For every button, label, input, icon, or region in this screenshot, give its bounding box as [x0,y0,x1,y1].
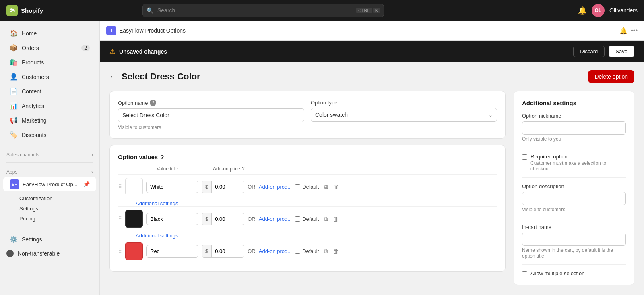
multiple-selection-checkbox[interactable] [522,271,527,276]
discard-button[interactable]: Discard [573,46,605,57]
addon-price-input-red[interactable] [212,245,244,257]
default-label-black: Default [302,216,319,222]
orders-badge: 2 [81,45,90,51]
description-label: Option description [522,183,626,189]
incart-label: In-cart name [522,224,626,230]
sales-channels-expand-icon[interactable]: › [91,152,93,158]
copy-button-white[interactable]: ⧉ [322,181,330,192]
delete-button-red[interactable]: 🗑 [331,246,341,256]
page-body: Option name ? Visible to customers Optio… [100,91,644,295]
sales-channels-section: Sales channels › [0,149,99,159]
color-swatch-white[interactable] [125,178,143,195]
home-icon: 🏠 [10,29,18,37]
sidebar-item-orders[interactable]: 📦 Orders 2 [3,41,96,55]
sidebar-item-products[interactable]: 🛍️ Products [3,55,96,69]
required-option-checkbox[interactable] [522,154,527,160]
sidebar-sub-item-settings[interactable]: Settings [16,204,93,214]
option-name-help-icon[interactable]: ? [150,100,156,106]
shopify-logo: 🛍 Shopify [6,5,43,16]
shopify-logo-icon: 🛍 [6,5,18,16]
additional-settings-link-black[interactable]: Additional settings [118,231,497,239]
back-button[interactable]: ← [109,73,117,81]
additional-settings-card: Additional settings Option nickname Only… [514,91,634,285]
right-divider-2 [522,177,626,178]
app-bar-actions: 🔔 ••• [619,27,638,35]
avatar[interactable]: OL [592,4,605,17]
warning-icon: ⚠ [109,48,115,55]
sidebar-item-settings[interactable]: ⚙️ Settings [3,232,96,246]
addon-prod-link-red[interactable]: Add-on prod... [259,248,292,254]
or-text-red: OR [248,248,256,254]
search-input[interactable] [142,4,384,17]
sidebar-item-content[interactable]: 📄 Content [3,84,96,98]
color-swatch-black[interactable] [125,210,143,228]
option-name-input[interactable] [118,108,304,122]
default-checkbox-red[interactable] [295,249,300,254]
addon-price-input-white[interactable] [212,181,244,193]
description-input[interactable] [522,192,626,205]
default-check-group-red: Default [295,248,319,254]
addon-price-help-icon[interactable]: ? [242,166,245,172]
sidebar-item-discounts[interactable]: 🏷️ Discounts [3,128,96,142]
apps-expand-icon[interactable]: › [91,169,93,175]
notification-bell-icon[interactable]: 🔔 [578,6,587,15]
sidebar-sub-item-pricing[interactable]: Pricing [16,214,93,224]
sidebar-item-marketing[interactable]: 📢 Marketing [3,113,96,127]
delete-button-black[interactable]: 🗑 [331,214,341,224]
sidebar-item-customers[interactable]: 👤 Customers [3,70,96,84]
analytics-icon: 📊 [10,102,18,110]
page-title: Select Dress Color [122,71,200,82]
page-inner: ← Select Dress Color Delete option Optio… [100,62,644,295]
row-actions-white: ⧉ 🗑 [322,181,341,192]
option-values-help-icon[interactable]: ? [160,154,164,160]
value-title-input-red[interactable] [146,245,198,258]
app-bar-title: EasyFlow Product Options [119,27,616,34]
additional-settings-link-white[interactable]: Additional settings [118,199,497,206]
addon-prod-link-black[interactable]: Add-on prod... [259,216,292,222]
app-bar-bell-icon[interactable]: 🔔 [619,27,627,35]
sidebar-sub-item-customization[interactable]: Customization [16,193,93,204]
right-divider-1 [522,148,626,148]
search-bar[interactable]: 🔍 CTRL K [142,4,384,17]
incart-input[interactable] [522,233,626,246]
addon-prod-link-white[interactable]: Add-on prod... [259,184,292,190]
currency-symbol-black: $ [202,213,212,225]
value-title-input-white[interactable] [146,181,198,193]
sidebar-item-easyflow[interactable]: EF EasyFlow Product Op... 📌 [3,177,96,191]
nickname-input[interactable] [522,121,626,135]
color-swatch-red[interactable] [125,242,143,260]
default-checkbox-black[interactable] [295,216,300,222]
option-values-card: Option values ? Value title Add-on price… [109,145,506,272]
settings-icon: ⚙️ [10,235,18,243]
nontransfer-icon: ℹ [6,250,14,257]
col-addon-price-header: Add-on price ? [213,166,497,172]
value-title-input-black[interactable] [146,213,198,225]
drag-handle-white[interactable]: ⠿ [118,183,122,190]
drag-handle-red[interactable]: ⠿ [118,248,122,254]
delete-option-button[interactable]: Delete option [588,70,634,83]
default-checkbox-white[interactable] [295,184,300,189]
default-label-red: Default [302,248,319,254]
option-type-select-wrap: Color swatch Text Dropdown Image swatch [311,108,497,122]
sidebar-item-home[interactable]: 🏠 Home [3,26,96,40]
value-row-red: ⠿ $ OR Add-on prod... Default [118,239,497,263]
right-panel: Additional settings Option nickname Only… [514,91,634,285]
copy-button-black[interactable]: ⧉ [322,214,330,224]
sidebar-item-label: Orders [22,45,39,51]
option-type-select[interactable]: Color swatch Text Dropdown Image swatch [311,108,497,122]
drag-handle-black[interactable]: ⠿ [118,216,122,222]
sidebar-item-analytics[interactable]: 📊 Analytics [3,99,96,113]
right-divider-4 [522,264,626,265]
app-pin-icon[interactable]: 📌 [83,181,90,187]
discounts-icon: 🏷️ [10,131,18,139]
sidebar-settings-label: Settings [22,236,42,243]
products-icon: 🛍️ [10,58,18,66]
save-button[interactable]: Save [609,46,634,57]
currency-symbol-white: $ [202,181,212,193]
copy-button-red[interactable]: ⧉ [322,246,330,256]
addon-price-input-black[interactable] [212,213,244,225]
delete-button-white[interactable]: 🗑 [331,182,341,192]
app-bar-more-icon[interactable]: ••• [631,27,638,34]
row-actions-black: ⧉ 🗑 [322,214,341,224]
addon-price-group-red: $ [202,245,244,258]
